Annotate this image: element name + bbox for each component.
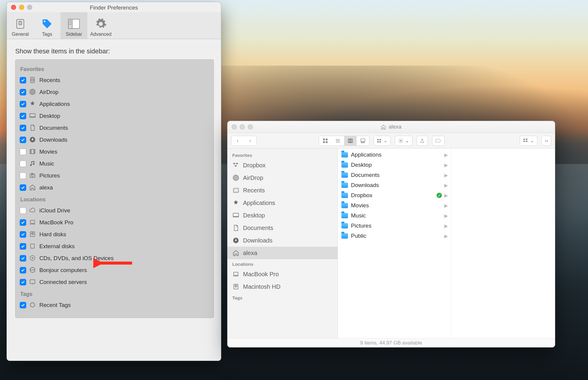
sidebar-item-recents[interactable]: Recents	[228, 184, 338, 197]
column-view-button[interactable]	[344, 136, 357, 146]
sidebar-item-label: alexa	[243, 250, 257, 257]
sidebar-pref-row: Applications	[20, 98, 209, 110]
sidebar-item-alexa[interactable]: alexa	[228, 247, 338, 259]
prefs-tab-advanced[interactable]: Advanced	[87, 12, 114, 39]
checkbox[interactable]	[20, 219, 26, 226]
icon-view-button[interactable]	[319, 136, 332, 146]
checkbox[interactable]	[20, 113, 26, 119]
svg-point-61	[234, 176, 238, 180]
sidebar-item-label: MacBook Pro	[243, 271, 279, 278]
column-item[interactable]: Music▶	[338, 211, 451, 221]
svg-rect-42	[326, 138, 328, 140]
checkbox[interactable]	[20, 302, 26, 308]
sidebar-pref-row: Movies	[20, 146, 209, 158]
checkbox[interactable]	[20, 89, 26, 95]
column-item[interactable]: Public▶	[338, 231, 451, 241]
checkbox[interactable]	[20, 231, 26, 238]
prefs-tab-general[interactable]: General	[7, 12, 34, 39]
apps-icon	[29, 101, 36, 108]
column-item[interactable]: Desktop▶	[338, 160, 451, 170]
row-label: iCloud Drive	[39, 207, 70, 214]
sidebar-item-downloads[interactable]: Downloads	[228, 234, 338, 247]
overflow-button[interactable]: ››	[541, 136, 551, 146]
sidebar-item-applications[interactable]: Applications	[228, 197, 338, 209]
sidebar-pref-row: Recents	[20, 74, 209, 86]
checkbox[interactable]	[20, 255, 26, 262]
row-label: CDs, DVDs, and iOS Devices	[39, 255, 114, 262]
sidebar-item-dropbox[interactable]: Dropbox	[228, 159, 338, 172]
item-label: Music	[351, 212, 366, 219]
svg-rect-54	[364, 142, 364, 143]
sidebar-item-label: Documents	[243, 225, 273, 231]
svg-point-26	[31, 174, 33, 177]
svg-rect-32	[31, 244, 35, 248]
column-item[interactable]: Downloads▶	[338, 180, 451, 190]
music-icon	[29, 160, 36, 167]
share-button[interactable]	[417, 136, 428, 146]
checkbox[interactable]	[20, 137, 26, 143]
back-button[interactable]: ‹	[231, 136, 244, 146]
svg-rect-55	[377, 139, 379, 140]
checkbox[interactable]	[20, 160, 26, 167]
home-icon	[29, 184, 36, 191]
hdd-icon	[29, 231, 36, 238]
camera-icon	[29, 172, 36, 179]
window-title: Finder Preferences	[7, 4, 221, 11]
arrange-button[interactable]: ⌄	[374, 136, 391, 146]
sidebar-item-airdrop[interactable]: AirDrop	[228, 172, 338, 184]
folder-icon	[341, 213, 348, 218]
chevron-down-icon: ⌄	[383, 138, 387, 143]
checkbox[interactable]	[20, 101, 26, 107]
prefs-tab-tags[interactable]: Tags	[34, 12, 61, 39]
tab-label: Tags	[42, 32, 52, 37]
column-item[interactable]: Movies▶	[338, 200, 451, 211]
server-icon	[29, 279, 36, 286]
folder-icon	[341, 172, 348, 178]
sidebar-item-desktop[interactable]: Desktop	[228, 209, 338, 222]
dropbox-button[interactable]: ⌄	[520, 136, 537, 146]
sidebar-item-macintosh-hd[interactable]: Macintosh HD	[228, 280, 338, 293]
row-label: Desktop	[39, 113, 60, 119]
sidebar-item-documents[interactable]: Documents	[228, 222, 338, 234]
checkbox[interactable]	[20, 172, 26, 179]
finder-column: Applications▶Desktop▶Documents▶Downloads…	[338, 149, 451, 338]
sidebar-pref-row: Music	[20, 158, 209, 170]
tag-icon	[41, 17, 54, 30]
titlebar: Finder Preferences	[7, 2, 221, 12]
column-item[interactable]: Pictures▶	[338, 221, 451, 231]
checkbox[interactable]	[20, 125, 26, 131]
sidebar-pref-row: Documents	[20, 122, 209, 134]
list-view-button[interactable]	[332, 136, 344, 146]
forward-button[interactable]: ›	[244, 136, 256, 146]
checkbox[interactable]	[20, 77, 26, 84]
gallery-view-button[interactable]	[357, 136, 369, 146]
item-label: Applications	[351, 152, 381, 158]
svg-rect-41	[323, 138, 325, 140]
svg-rect-57	[377, 141, 379, 143]
checkbox[interactable]	[20, 149, 26, 155]
document-icon	[232, 225, 239, 231]
recents-icon	[232, 187, 239, 194]
checkbox[interactable]	[20, 184, 26, 191]
tab-label: Sidebar	[66, 32, 82, 37]
folder-icon	[341, 162, 348, 168]
tags-button[interactable]	[432, 136, 445, 146]
column-item[interactable]: Applications▶	[338, 150, 451, 160]
cloud-icon	[29, 207, 36, 214]
checkbox[interactable]	[20, 243, 26, 250]
sidebar-item-macbook-pro[interactable]: MacBook Pro	[228, 268, 338, 280]
column-item[interactable]: Dropbox✓▶	[338, 190, 451, 200]
svg-point-31	[32, 233, 33, 234]
sidebar-pref-row: Downloads	[20, 134, 209, 146]
checkbox[interactable]	[20, 267, 26, 274]
row-label: Recent Tags	[39, 302, 71, 308]
disc-icon	[29, 255, 36, 262]
action-button[interactable]: ⌄	[395, 136, 412, 146]
prefs-tab-sidebar[interactable]: Sidebar	[61, 12, 87, 39]
apps-icon	[232, 200, 239, 206]
folder-icon	[341, 152, 348, 157]
column-item[interactable]: Documents▶	[338, 170, 451, 180]
checkbox[interactable]	[20, 279, 26, 285]
checkbox[interactable]	[20, 207, 26, 214]
chevron-right-icon: ▶	[444, 152, 448, 158]
